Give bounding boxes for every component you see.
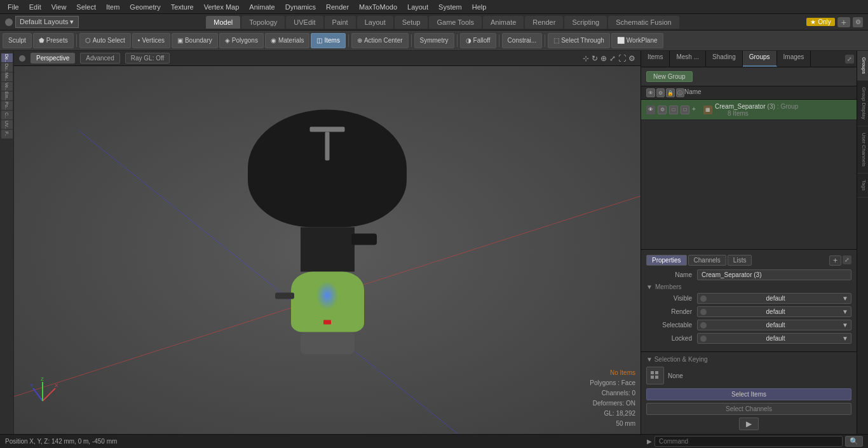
constraints-button[interactable]: Constrai...: [502, 33, 543, 48]
sidebar-item-2[interactable]: Me..: [1, 72, 13, 81]
sel-keying-header[interactable]: ▼ Selection & Keying: [646, 356, 851, 363]
tab-mesh[interactable]: Mesh ...: [670, 51, 706, 67]
materials-button[interactable]: ◉ Materials: [265, 33, 310, 48]
command-input[interactable]: [654, 436, 843, 447]
items-button[interactable]: ◫ Items: [311, 33, 345, 48]
perspective-button[interactable]: Perspective: [31, 53, 75, 64]
locked-select[interactable]: default ▼: [697, 333, 851, 344]
menu-select[interactable]: Select: [71, 2, 101, 12]
falloff-button[interactable]: ◑ Falloff: [460, 33, 496, 48]
tab-uvedit[interactable]: UVEdit: [286, 16, 323, 29]
expand-arrow-button[interactable]: ▶: [739, 417, 759, 430]
viewport-transform-icon[interactable]: ⊹: [583, 54, 589, 63]
tab-paint[interactable]: Paint: [325, 16, 356, 29]
select-through-button[interactable]: ⬚ Select Through: [548, 33, 610, 48]
select-channels-button[interactable]: Select Channels: [646, 403, 851, 415]
menu-render[interactable]: Render: [321, 2, 354, 12]
settings-col-icon[interactable]: ⚙: [656, 88, 665, 97]
vtab-tags[interactable]: Tags: [857, 173, 868, 198]
app-icon[interactable]: [5, 18, 13, 26]
tab-images[interactable]: Images: [777, 51, 811, 67]
menu-item[interactable]: Item: [101, 2, 125, 12]
selectable-select[interactable]: default ▼: [697, 320, 851, 330]
menu-edit[interactable]: Edit: [24, 2, 46, 12]
menu-maxtomodo[interactable]: MaxToModo: [354, 2, 402, 12]
sidebar-item-8[interactable]: F..: [1, 130, 13, 139]
sidebar-item-7[interactable]: UV..: [1, 120, 13, 129]
menu-geometry[interactable]: Geometry: [125, 2, 165, 12]
auto-select-button[interactable]: ⬡ Auto Select: [79, 33, 131, 48]
menu-animate[interactable]: Animate: [244, 2, 280, 12]
channels-tab[interactable]: Channels: [688, 255, 726, 266]
members-section[interactable]: ▼ Members: [646, 283, 851, 290]
menu-help[interactable]: Help: [467, 2, 492, 12]
group-lock-icon[interactable]: □: [669, 105, 678, 114]
name-input[interactable]: [697, 269, 851, 280]
tab-animate[interactable]: Animate: [483, 16, 524, 29]
menu-file[interactable]: File: [3, 2, 24, 12]
sculpt-button[interactable]: Sculpt: [3, 33, 32, 48]
group-info-icon[interactable]: □: [681, 105, 689, 114]
tab-items[interactable]: Items: [641, 51, 670, 67]
ray-gl-button[interactable]: Ray GL: Off: [125, 53, 170, 64]
menu-vertex-map[interactable]: Vertex Map: [199, 2, 245, 12]
sidebar-item-0[interactable]: De..: [1, 53, 13, 62]
tab-render[interactable]: Render: [525, 16, 563, 29]
default-layouts-dropdown[interactable]: Default Layouts ▾: [15, 16, 79, 28]
group-visible-toggle[interactable]: 👁: [646, 105, 655, 114]
new-group-button[interactable]: New Group: [646, 71, 693, 82]
lock-col-icon[interactable]: 🔒: [666, 88, 675, 97]
sidebar-item-3[interactable]: Ve..: [1, 82, 13, 91]
menu-system[interactable]: System: [433, 2, 467, 12]
add-layout-button[interactable]: +: [837, 17, 850, 27]
visible-col-icon[interactable]: 👁: [646, 88, 655, 97]
group-settings-icon[interactable]: ⚙: [658, 105, 667, 114]
tab-topology[interactable]: Topology: [241, 16, 285, 29]
viewport-settings2-icon[interactable]: ⚙: [628, 54, 635, 63]
boundary-button[interactable]: ▣ Boundary: [172, 33, 218, 48]
tab-shading[interactable]: Shading: [706, 51, 743, 67]
group-expand-icon[interactable]: +: [692, 105, 701, 114]
panel-expand-icon[interactable]: ⤢: [845, 55, 854, 64]
tab-scripting[interactable]: Scripting: [564, 16, 607, 29]
menu-layout[interactable]: Layout: [402, 2, 433, 12]
command-search-icon[interactable]: 🔍: [845, 436, 863, 447]
viewport-fit-icon[interactable]: ⤢: [609, 54, 616, 63]
render-select[interactable]: default ▼: [697, 306, 851, 317]
info-col-icon[interactable]: ⓘ: [676, 88, 685, 97]
menu-dynamics[interactable]: Dynamics: [280, 2, 321, 12]
properties-expand-icon[interactable]: ⤢: [843, 255, 851, 264]
tab-game-tools[interactable]: Game Tools: [429, 16, 482, 29]
keying-icon[interactable]: [646, 367, 664, 384]
properties-tab[interactable]: Properties: [646, 255, 687, 266]
add-property-button[interactable]: +: [829, 255, 841, 266]
vtab-groups[interactable]: Groups: [857, 51, 868, 81]
sidebar-item-5[interactable]: Po..: [1, 101, 13, 110]
menu-view[interactable]: View: [46, 2, 72, 12]
vertices-button[interactable]: • Vertices: [132, 33, 170, 48]
action-center-button[interactable]: ⊕ Action Center: [351, 33, 409, 48]
lists-tab[interactable]: Lists: [728, 255, 752, 266]
viewport-maximize-icon[interactable]: ⛶: [618, 54, 626, 63]
viewport-rotate-icon[interactable]: ↻: [592, 54, 598, 63]
tab-setup[interactable]: Setup: [395, 16, 428, 29]
settings-icon[interactable]: ⚙: [853, 17, 863, 27]
viewport-settings-icon[interactable]: [19, 55, 25, 62]
presets-button[interactable]: ⬟ Presets: [33, 33, 74, 48]
polygons-button[interactable]: ◈ Polygons: [219, 33, 264, 48]
vtab-user-channels[interactable]: User Channels: [857, 126, 868, 173]
symmetry-button[interactable]: Symmetry: [414, 33, 454, 48]
menu-texture[interactable]: Texture: [166, 2, 199, 12]
select-items-button[interactable]: Select Items: [646, 388, 851, 400]
viewport-zoom-icon[interactable]: ⊕: [600, 54, 607, 63]
tab-schematic-fusion[interactable]: Schematic Fusion: [608, 16, 679, 29]
tab-model[interactable]: Model: [206, 16, 240, 29]
work-plane-button[interactable]: ⬜ WorkPlane: [611, 33, 663, 48]
sidebar-item-4[interactable]: Em..: [1, 92, 13, 100]
advanced-button[interactable]: Advanced: [80, 53, 119, 64]
tab-groups[interactable]: Groups: [743, 51, 777, 67]
viewport[interactable]: Y X Z No Items Polygons : Face Channels:…: [14, 66, 641, 434]
sidebar-item-6[interactable]: C..: [1, 111, 13, 119]
vtab-group-display[interactable]: Group Display: [857, 81, 868, 126]
tab-layout[interactable]: Layout: [357, 16, 393, 29]
